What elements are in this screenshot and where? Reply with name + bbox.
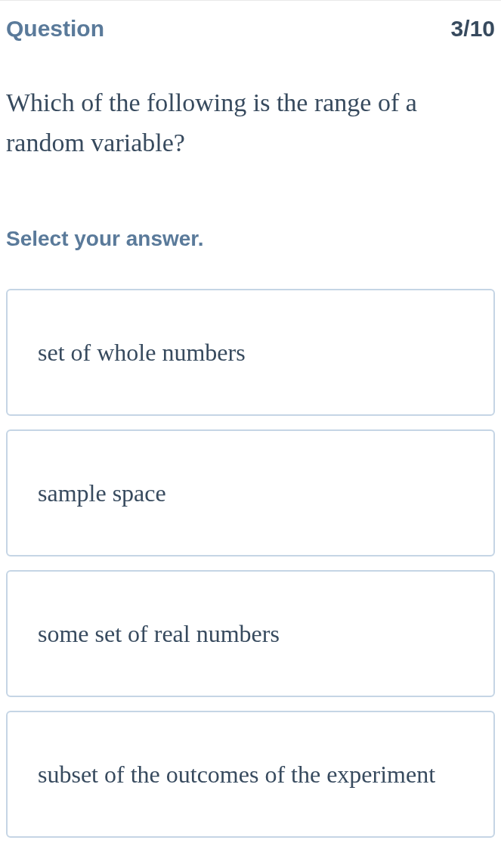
question-progress: 3/10 bbox=[451, 16, 495, 42]
option-4-text: subset of the outcomes of the experiment bbox=[38, 761, 435, 788]
option-2[interactable]: sample space bbox=[6, 429, 495, 556]
question-header: Question 3/10 bbox=[0, 0, 501, 42]
option-3-text: some set of real numbers bbox=[38, 620, 280, 647]
option-2-text: sample space bbox=[38, 479, 166, 507]
option-1-text: set of whole numbers bbox=[38, 339, 246, 366]
option-4[interactable]: subset of the outcomes of the experiment bbox=[6, 711, 495, 838]
question-text: Which of the following is the range of a… bbox=[0, 42, 501, 163]
option-1[interactable]: set of whole numbers bbox=[6, 289, 495, 416]
instruction-text: Select your answer. bbox=[0, 163, 501, 251]
question-label: Question bbox=[6, 16, 104, 42]
options-list: set of whole numbers sample space some s… bbox=[0, 251, 501, 838]
option-3[interactable]: some set of real numbers bbox=[6, 570, 495, 697]
